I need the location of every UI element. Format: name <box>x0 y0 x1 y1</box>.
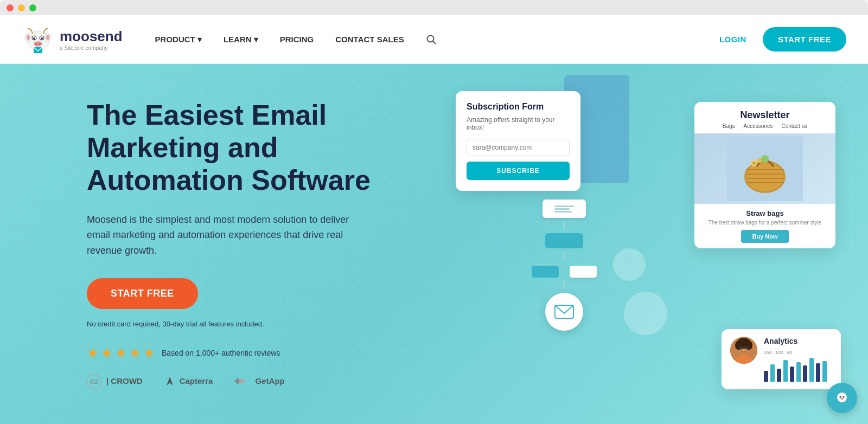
flow-line-2 <box>564 252 565 260</box>
nav-learn[interactable]: LEARN ▾ <box>224 35 258 44</box>
svg-point-11 <box>35 43 37 45</box>
star-4: ★ <box>129 345 141 361</box>
nav-pricing[interactable]: PRICING <box>280 35 314 44</box>
newsletter-card: Newsletter Bags Accessories Contact us <box>694 102 835 248</box>
bar-9 <box>816 363 820 382</box>
login-button[interactable]: LOGIN <box>719 35 746 44</box>
capterra-label: Capterra <box>180 376 213 386</box>
flow-node-icon <box>553 203 575 214</box>
svg-point-48 <box>840 397 844 400</box>
hero-section: The Easiest Email Marketing and Automati… <box>0 64 868 424</box>
window-chrome <box>0 0 868 15</box>
g2-icon: G2 <box>87 374 102 389</box>
email-icon <box>554 305 574 319</box>
svg-point-40 <box>746 341 752 350</box>
svg-rect-21 <box>554 205 574 207</box>
buy-now-button[interactable]: Buy Now <box>741 230 788 243</box>
chat-button[interactable] <box>827 383 857 413</box>
bar-1 <box>764 371 768 382</box>
star-5: ★ <box>143 345 155 361</box>
logo-text-area: moosend a Sitecore company <box>60 28 123 51</box>
maximize-dot[interactable] <box>29 4 36 11</box>
sub-form-desc: Amazing offers straight to your inbox! <box>467 116 570 131</box>
bar-8 <box>809 358 814 382</box>
sub-form-title: Subscription Form <box>467 102 570 112</box>
svg-point-35 <box>752 162 756 165</box>
svg-point-4 <box>27 35 30 40</box>
flow-node-main <box>542 200 586 218</box>
y-label-3: 50 <box>787 350 792 355</box>
svg-point-5 <box>46 35 49 40</box>
newsletter-header: Newsletter Bags Accessories Contact us <box>694 102 835 133</box>
svg-line-15 <box>433 41 436 44</box>
chat-icon <box>834 390 850 406</box>
newsletter-product-info: Straw bags The best straw bags for a per… <box>694 204 835 248</box>
svg-marker-20 <box>239 378 245 384</box>
nav-product[interactable]: PRODUCT ▾ <box>155 35 202 44</box>
logo-name: moosend <box>60 28 123 45</box>
svg-point-9 <box>41 37 43 40</box>
bar-3 <box>777 369 781 382</box>
nav-links: PRODUCT ▾ LEARN ▾ PRICING CONTACT SALES <box>155 34 719 45</box>
start-free-hero-button[interactable]: START FREE <box>87 278 198 309</box>
bar-10 <box>822 361 827 382</box>
svg-point-8 <box>33 37 35 40</box>
straw-bag-svg <box>727 136 803 201</box>
nav-contact-sales[interactable]: CONTACT SALES <box>335 35 404 44</box>
close-dot[interactable] <box>7 4 14 11</box>
capterra-icon <box>164 376 175 387</box>
bar-4 <box>783 360 788 382</box>
star-3: ★ <box>115 345 127 361</box>
hero-illustration: Subscription Form Amazing offers straigh… <box>456 75 835 411</box>
bar-2 <box>770 364 775 382</box>
subscribe-button[interactable]: SUBSCRIBE <box>467 162 570 180</box>
logo-subtitle: a Sitecore company <box>60 45 123 51</box>
automation-flow <box>532 200 597 331</box>
nl-nav-accessories: Accessories <box>744 123 773 129</box>
bar-chart <box>764 357 832 382</box>
hero-content: The Easiest Email Marketing and Automati… <box>0 99 380 389</box>
svg-point-39 <box>735 341 742 350</box>
star-2: ★ <box>101 345 113 361</box>
svg-point-47 <box>843 396 845 398</box>
navbar: moosend a Sitecore company PRODUCT ▾ LEA… <box>0 15 868 64</box>
product-name: Straw bags <box>703 209 827 217</box>
nav-right: LOGIN START FREE <box>719 27 846 52</box>
logo-icon <box>22 23 54 56</box>
nl-nav-bags: Bags <box>723 123 735 129</box>
minimize-dot[interactable] <box>18 4 25 11</box>
search-icon[interactable] <box>426 34 437 45</box>
flow-branch <box>532 266 597 278</box>
bar-5 <box>790 367 794 382</box>
analytics-title: Analytics <box>764 337 832 345</box>
bar-7 <box>803 365 807 382</box>
logo[interactable]: moosend a Sitecore company <box>22 23 123 56</box>
newsletter-nav: Bags Accessories Contact us <box>703 123 827 129</box>
sub-email-input[interactable] <box>467 139 570 156</box>
capterra-badge: Capterra <box>164 376 213 387</box>
start-free-nav-button[interactable]: START FREE <box>763 27 846 52</box>
svg-point-12 <box>39 43 41 45</box>
analytics-avatar <box>730 337 757 364</box>
svg-point-10 <box>34 41 42 47</box>
svg-text:G2: G2 <box>90 378 98 385</box>
svg-rect-23 <box>554 211 572 213</box>
getapp-label: GetApp <box>255 376 284 386</box>
g2-label: | CROWD <box>106 376 143 386</box>
svg-point-46 <box>840 396 841 398</box>
svg-point-34 <box>761 155 769 163</box>
star-1: ★ <box>87 345 99 361</box>
flow-node-teal <box>545 233 583 248</box>
flow-branch-left <box>532 266 559 278</box>
svg-marker-18 <box>167 377 173 386</box>
newsletter-title: Newsletter <box>703 110 827 121</box>
svg-point-27 <box>746 162 784 191</box>
analytics-content: Analytics 150 100 50 <box>764 337 832 382</box>
analytics-labels: 150 100 50 <box>764 350 832 355</box>
reviews-text: Based on 1,000+ authentic reviews <box>162 349 280 357</box>
bar-6 <box>796 362 801 382</box>
analytics-card: Analytics 150 100 50 <box>722 329 841 389</box>
badge-row: G2 | CROWD Capterra GetApp <box>87 374 380 389</box>
product-description: The best straw bags for a perfect summer… <box>703 220 827 226</box>
flow-line-3 <box>564 281 565 290</box>
